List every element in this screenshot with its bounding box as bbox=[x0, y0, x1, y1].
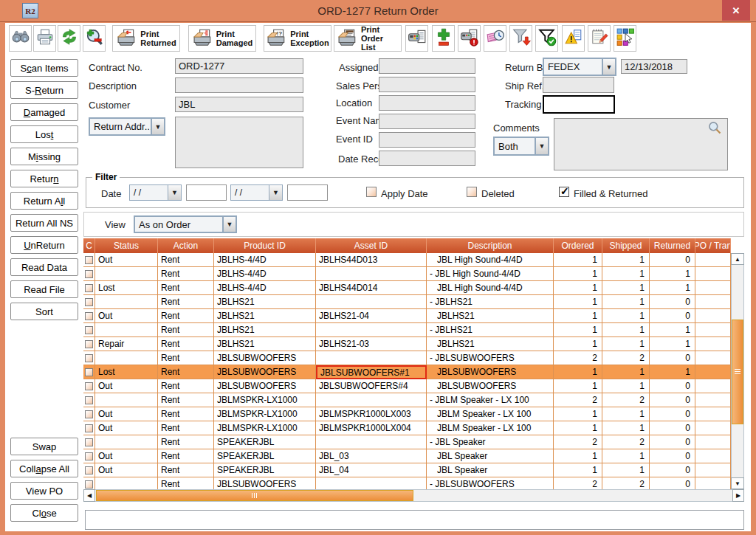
description-field[interactable] bbox=[175, 77, 303, 93]
scroll-up-icon[interactable]: ▲ bbox=[731, 253, 744, 265]
column-header-po-tran[interactable]: PO / Tran bbox=[695, 238, 731, 253]
print-order-list-button[interactable]: PrintOrder List bbox=[334, 25, 402, 52]
row-checkbox[interactable] bbox=[85, 466, 93, 474]
sidebar-button-unreturn[interactable]: UnReturn bbox=[10, 236, 78, 254]
close-icon[interactable]: ✕ bbox=[722, 0, 750, 21]
assigned-to-field[interactable] bbox=[379, 58, 475, 74]
table-row[interactable]: OutRentSPEAKERJBLJBL_03JBL Speaker110 bbox=[83, 449, 731, 463]
table-row[interactable]: RentJBLHS21- JBLHS21110 bbox=[83, 295, 731, 309]
column-header-shipped[interactable]: Shipped bbox=[602, 238, 650, 253]
sidebar-button-return-all[interactable]: Return All bbox=[10, 192, 78, 210]
table-row[interactable]: OutRentJBLMSPKR-LX1000JBLMSPKR1000LX004J… bbox=[83, 421, 731, 435]
row-checkbox[interactable] bbox=[85, 284, 93, 292]
column-header-description[interactable]: Description bbox=[427, 238, 554, 253]
row-checkbox[interactable] bbox=[85, 326, 93, 334]
table-row[interactable]: OutRentSPEAKERJBLJBL_04JBL Speaker110 bbox=[83, 463, 731, 477]
scroll-right-icon[interactable]: ▶ bbox=[732, 489, 744, 502]
table-row[interactable]: RentJBLSUBWOOFERS- JBLSUBWOOFERS220 bbox=[83, 477, 731, 489]
date-to-dropdown[interactable]: / / ▼ bbox=[230, 184, 283, 201]
tracking-field[interactable] bbox=[543, 95, 615, 114]
table-row[interactable]: OutRentJBLHS21JBLHS21-04JBLHS21110 bbox=[83, 309, 731, 323]
table-row[interactable]: RentJBLSUBWOOFERS- JBLSUBWOOFERS220 bbox=[83, 351, 731, 365]
sidebar-button-swap[interactable]: Swap bbox=[10, 438, 78, 455]
column-header-product-id[interactable]: Product ID bbox=[214, 238, 316, 253]
column-header-c[interactable]: C bbox=[83, 238, 95, 253]
footer-note-field[interactable] bbox=[85, 510, 744, 530]
column-header-asset-id[interactable]: Asset ID bbox=[316, 238, 427, 253]
binoculars-button[interactable] bbox=[9, 25, 32, 52]
notes-clock-button[interactable] bbox=[484, 25, 506, 52]
sidebar-button-read-file[interactable]: Read File bbox=[10, 280, 78, 298]
table-row[interactable]: LostRentJBLHS-4/4DJBLHS44D014JBL High So… bbox=[83, 281, 731, 295]
warning-doc-button[interactable] bbox=[562, 25, 585, 52]
row-checkbox[interactable] bbox=[85, 410, 93, 418]
sidebar-button-view-po[interactable]: View PO bbox=[10, 482, 78, 500]
column-header-returned[interactable]: Returned bbox=[650, 238, 695, 253]
return-addr-dropdown[interactable]: Return Addr... ▼ bbox=[89, 117, 165, 136]
row-checkbox[interactable] bbox=[85, 354, 93, 362]
sidebar-button-return[interactable]: Return bbox=[10, 170, 78, 187]
sidebar-button-read-data[interactable]: Read Data bbox=[10, 258, 78, 276]
chevron-down-icon[interactable]: ▼ bbox=[151, 119, 164, 134]
sidebar-button-missing[interactable]: Missing bbox=[10, 148, 78, 165]
row-checkbox[interactable] bbox=[85, 368, 93, 376]
customer-field[interactable] bbox=[175, 97, 303, 112]
row-checkbox[interactable] bbox=[85, 382, 93, 390]
filter-check-button[interactable] bbox=[535, 25, 558, 52]
row-checkbox[interactable] bbox=[85, 340, 93, 348]
row-checkbox[interactable] bbox=[85, 424, 93, 432]
view-dropdown[interactable]: As on Order ▼ bbox=[134, 215, 237, 233]
scanner-alert-button[interactable] bbox=[458, 25, 481, 52]
return-date-field[interactable] bbox=[621, 59, 687, 74]
table-row[interactable]: OutRentJBLMSPKR-LX1000JBLMSPKR1000LX003J… bbox=[83, 407, 731, 421]
column-header-status[interactable]: Status bbox=[95, 238, 158, 253]
table-row[interactable]: RentSPEAKERJBL- JBL Speaker220 bbox=[83, 435, 731, 449]
print-damaged-button[interactable]: PrintDamaged bbox=[188, 25, 256, 52]
date-recd-field[interactable] bbox=[379, 151, 475, 166]
scroll-left-icon[interactable]: ◀ bbox=[83, 489, 95, 502]
table-row[interactable]: RentJBLHS21- JBLHS21111 bbox=[83, 323, 731, 337]
sidebar-button-lost[interactable]: Lost bbox=[10, 125, 78, 143]
zoom-plus-minus-button[interactable] bbox=[83, 25, 106, 52]
event-id-field[interactable] bbox=[379, 132, 475, 148]
sidebar-button-return-all-ns[interactable]: Return All NS bbox=[10, 214, 78, 232]
sales-person-field[interactable] bbox=[379, 77, 475, 92]
vertical-scroll-thumb[interactable] bbox=[732, 320, 743, 424]
comments-mode-dropdown[interactable]: Both ▼ bbox=[493, 137, 549, 156]
contract-no-field[interactable] bbox=[175, 58, 303, 74]
apply-date-checkbox[interactable] bbox=[366, 187, 377, 197]
chevron-down-icon[interactable]: ▼ bbox=[602, 59, 615, 75]
add-remove-button[interactable] bbox=[432, 25, 455, 52]
print-returned-button[interactable]: PrintReturned bbox=[112, 25, 180, 52]
sidebar-button-close[interactable]: Close bbox=[10, 504, 78, 522]
location-field[interactable] bbox=[379, 95, 475, 111]
chevron-down-icon[interactable]: ▼ bbox=[222, 217, 236, 232]
table-row[interactable]: RentJBLHS-4/4D- JBL High Sound-4/4D111 bbox=[83, 267, 731, 281]
sidebar-button-sort[interactable]: Sort bbox=[10, 303, 78, 320]
horizontal-scroll-thumb[interactable] bbox=[96, 490, 413, 501]
row-checkbox[interactable] bbox=[85, 438, 93, 446]
sidebar-button-damaged[interactable]: Damaged bbox=[10, 103, 78, 121]
row-checkbox[interactable] bbox=[85, 256, 93, 264]
scroll-down-icon[interactable]: ▼ bbox=[731, 477, 744, 489]
return-address-textarea[interactable] bbox=[175, 117, 303, 168]
table-row[interactable]: RentJBLMSPKR-LX1000- JBLM Speaker - LX 1… bbox=[83, 393, 731, 407]
sidebar-button-collapse-all[interactable]: Collapse All bbox=[10, 460, 78, 477]
chevron-down-icon[interactable]: ▼ bbox=[168, 185, 181, 200]
column-header-ordered[interactable]: Ordered bbox=[554, 238, 602, 253]
customize-grid-button[interactable] bbox=[614, 25, 636, 52]
table-row[interactable]: OutRentJBLHS-4/4DJBLHS44D013JBL High Sou… bbox=[83, 253, 731, 267]
sidebar-button-scan-items[interactable]: Scan Items bbox=[10, 59, 78, 77]
date-from-dropdown[interactable]: / / ▼ bbox=[129, 184, 182, 201]
scanner-list-button[interactable] bbox=[405, 25, 428, 52]
sidebar-button-s-return[interactable]: S-Return bbox=[10, 81, 78, 99]
return-by-dropdown[interactable]: FEDEX ▼ bbox=[543, 58, 616, 76]
refresh-button[interactable] bbox=[58, 25, 80, 52]
table-row[interactable]: OutRentJBLSUBWOOFERSJBLSUBWOOFERS#4JBLSU… bbox=[83, 379, 731, 393]
row-checkbox[interactable] bbox=[85, 480, 93, 489]
filled-returned-checkbox[interactable] bbox=[559, 187, 569, 197]
print-exception-button[interactable]: !?PrintException bbox=[264, 25, 331, 52]
ship-ref-field[interactable] bbox=[543, 77, 614, 93]
deleted-checkbox[interactable] bbox=[467, 187, 477, 197]
row-checkbox[interactable] bbox=[85, 452, 93, 460]
